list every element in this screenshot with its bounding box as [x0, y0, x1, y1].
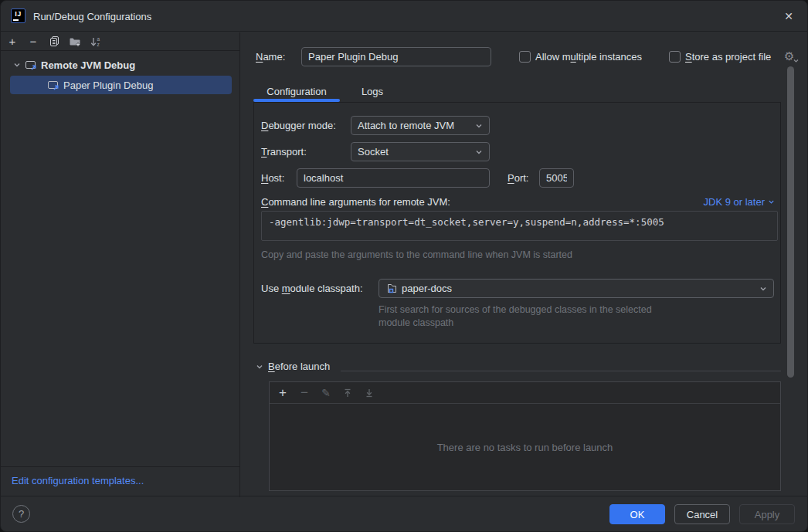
intellij-logo-icon: IJ	[11, 8, 25, 23]
before-launch-empty-text: There are no tasks to run before launch	[270, 404, 780, 490]
transport-label: Transport:	[261, 146, 307, 158]
before-launch-header[interactable]: Before launch	[256, 361, 330, 372]
before-launch-tasks-panel: + − ✎ There are no tasks to run before l…	[269, 381, 781, 491]
tree-group-label: Remote JVM Debug	[41, 59, 135, 71]
store-as-project-file-checkbox[interactable]	[669, 51, 681, 63]
allow-multiple-instances-checkbox[interactable]	[519, 51, 531, 63]
transport-value: Socket	[358, 146, 389, 158]
help-button[interactable]: ?	[12, 505, 30, 523]
module-classpath-select[interactable]: paper-docs	[379, 279, 774, 298]
module-classpath-label: Use module classpath:	[261, 283, 363, 294]
name-label: Name:	[256, 51, 285, 63]
remote-debug-config-icon	[47, 79, 59, 91]
before-launch-separator	[341, 371, 781, 371]
apply-button[interactable]: Apply	[739, 504, 795, 524]
title-bar: IJ Run/Debug Configurations ✕	[1, 1, 807, 32]
debugger-mode-value: Attach to remote JVM	[358, 120, 454, 131]
command-line-args-hint: Copy and paste the arguments to the comm…	[261, 249, 572, 262]
remove-task-icon[interactable]: −	[298, 387, 311, 399]
sidebar-toolbar: + − az	[1, 32, 239, 51]
allow-multiple-instances-label[interactable]: Allow multiple instances	[535, 51, 642, 63]
close-icon[interactable]: ✕	[781, 8, 796, 24]
debugger-mode-label: Debugger mode:	[261, 120, 336, 131]
edit-templates-row: Edit configuration templates...	[1, 466, 239, 497]
scrollbar-thumb[interactable]	[787, 66, 794, 378]
svg-text:a: a	[97, 36, 100, 41]
edit-task-icon[interactable]: ✎	[320, 387, 332, 399]
add-configuration-icon[interactable]: +	[6, 36, 19, 48]
port-label: Port:	[508, 172, 528, 184]
remove-configuration-icon[interactable]: −	[27, 36, 39, 48]
chevron-down-icon	[768, 198, 775, 205]
remote-debug-config-icon	[25, 59, 37, 71]
tab-logs[interactable]: Logs	[352, 80, 392, 102]
debugger-mode-select[interactable]: Attach to remote JVM	[351, 116, 490, 135]
command-line-args-label: Command line arguments for remote JVM:	[261, 196, 450, 208]
dialog-title: Run/Debug Configurations	[33, 11, 151, 22]
before-launch-label: Before launch	[268, 361, 330, 372]
transport-select[interactable]: Socket	[351, 142, 490, 161]
tree-item-label: Paper Plugin Debug	[63, 80, 153, 91]
add-task-icon[interactable]: +	[277, 387, 289, 399]
chevron-down-icon	[475, 148, 483, 156]
configurations-tree: Remote JVM Debug Paper Plugin Debug	[1, 56, 239, 94]
configuration-editor: Name: Allow multiple instances Store as …	[241, 32, 808, 497]
dialog-footer: ? OK Cancel Apply	[1, 496, 807, 531]
tree-group-remote-jvm-debug[interactable]: Remote JVM Debug	[1, 56, 239, 74]
module-classpath-hint-line2: module classpath	[379, 317, 453, 330]
jdk-version-select[interactable]: JDK 9 or later	[704, 196, 775, 208]
new-folder-icon[interactable]	[69, 36, 81, 48]
store-as-project-file-label[interactable]: Store as project file	[685, 51, 771, 63]
sort-alpha-icon[interactable]: az	[90, 36, 102, 48]
chevron-down-icon	[759, 285, 767, 293]
before-launch-toolbar: + − ✎	[270, 382, 780, 404]
chevron-down-icon	[475, 122, 483, 130]
host-label: Host:	[261, 172, 284, 184]
command-line-args-value[interactable]: -agentlib:jdwp=transport=dt_socket,serve…	[261, 211, 778, 241]
svg-text:z: z	[97, 41, 100, 46]
move-down-icon[interactable]	[363, 387, 375, 399]
port-input[interactable]	[539, 168, 574, 188]
module-classpath-value: paper-docs	[402, 283, 452, 294]
chevron-down-icon[interactable]	[13, 61, 21, 69]
module-icon	[385, 283, 397, 294]
vertical-scrollbar[interactable]	[786, 32, 796, 497]
footer-buttons: OK Cancel Apply	[609, 504, 795, 524]
chevron-down-icon[interactable]	[256, 363, 263, 371]
ok-button[interactable]: OK	[609, 504, 665, 524]
module-classpath-hint-line1: First search for sources of the debugged…	[379, 303, 652, 317]
move-up-icon[interactable]	[341, 387, 354, 399]
host-input[interactable]	[297, 168, 490, 188]
configurations-sidebar: + − az Remote JVM Debug	[1, 32, 240, 497]
name-input[interactable]	[301, 47, 491, 66]
run-debug-configurations-dialog: IJ Run/Debug Configurations ✕ + − az	[0, 0, 808, 532]
cancel-button[interactable]: Cancel	[674, 504, 730, 524]
configuration-tab-panel: Debugger mode: Attach to remote JVM Tran…	[253, 102, 781, 344]
copy-configuration-icon[interactable]	[48, 36, 60, 48]
tree-item-paper-plugin-debug[interactable]: Paper Plugin Debug	[10, 76, 232, 94]
edit-configuration-templates-link[interactable]: Edit configuration templates...	[12, 475, 144, 486]
